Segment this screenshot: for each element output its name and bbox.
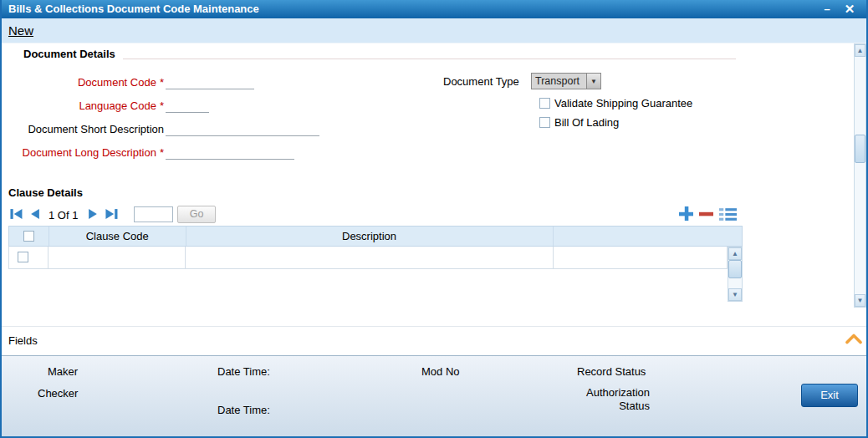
select-all-checkbox[interactable] [23,231,34,242]
clause-code-column-header: Clause Code [49,227,186,246]
document-type-select[interactable]: Transport ▼ [531,73,601,89]
table-row [8,247,728,269]
required-marker: * [160,76,164,89]
fields-section: Fields [2,326,866,355]
table-scrollbar[interactable]: ▲ ▼ [728,247,743,302]
document-code-label: Document Code* [8,76,164,89]
document-short-description-input[interactable] [166,121,319,136]
document-type-value: Transport [532,75,586,87]
document-details-section-title: Document Details [23,48,115,60]
minimize-icon[interactable]: – [819,0,835,18]
document-long-description-input[interactable] [166,145,294,160]
checker-label: Checker [38,387,78,400]
single-view-list-icon[interactable] [719,208,737,224]
table-scroll-up-icon[interactable]: ▲ [728,247,742,260]
empty-cell[interactable] [554,247,728,269]
document-type-label: Document Type [443,75,519,88]
dropdown-arrow-icon[interactable]: ▼ [586,74,600,89]
table-scrollbar-thumb[interactable] [728,260,742,278]
next-page-icon[interactable] [87,208,99,220]
audit-footer: Maker Date Time: Mod No Record Status Ch… [2,355,866,436]
clause-table-header: Clause Code Description [8,226,743,247]
fields-section-title: Fields [8,334,38,347]
new-action-link[interactable]: New [8,18,33,43]
action-toolbar: New [2,18,866,43]
description-column-header: Description [186,227,554,246]
date-time-label-2: Date Time: [217,404,270,416]
main-scroll-up-icon[interactable]: ▲ [855,44,865,57]
description-cell[interactable] [186,247,554,269]
close-icon[interactable]: ✕ [840,0,860,18]
language-code-input[interactable] [166,98,209,113]
validate-shipping-guarantee-checkbox[interactable] [539,98,550,109]
clause-details-section-title: Clause Details [8,186,83,199]
main-scroll-down-icon[interactable]: ▼ [855,294,865,307]
section-divider [123,59,736,59]
collapse-chevron-up-icon[interactable] [845,333,863,348]
delete-row-icon[interactable] [699,206,713,224]
maker-label: Maker [48,365,78,378]
main-scrollbar-thumb[interactable] [855,135,865,163]
document-code-input[interactable] [166,74,254,89]
window-title: Bills & Collections Document Code Mainte… [8,0,259,18]
row-select-checkbox[interactable] [18,252,28,262]
record-status-label: Record Status [577,365,646,378]
bill-of-lading-checkbox[interactable] [539,117,550,128]
empty-column-header [554,227,742,246]
document-short-description-label: Document Short Description [8,123,164,135]
page-position-text: 1 Of 1 [49,209,78,222]
date-time-label-1: Date Time: [217,365,270,378]
bill-of-lading-label: Bill Of Lading [554,116,619,129]
titlebar: Bills & Collections Document Code Mainte… [2,0,866,18]
authorization-status-label: Authorization Status [573,386,650,413]
main-scrollbar[interactable]: ▲ ▼ [854,43,866,308]
required-marker: * [160,99,164,112]
mod-no-label: Mod No [421,365,460,378]
first-page-icon[interactable] [10,208,23,220]
add-row-icon[interactable] [679,206,693,224]
validate-shipping-guarantee-label: Validate Shipping Guarantee [554,97,692,110]
document-long-description-label: Document Long Description* [8,146,164,159]
go-button[interactable]: Go [177,206,216,223]
exit-button[interactable]: Exit [801,384,858,407]
required-marker: * [160,146,164,159]
last-page-icon[interactable] [105,208,119,220]
language-code-label: Language Code* [8,99,164,112]
previous-page-icon[interactable] [29,208,41,220]
app-window: Bills & Collections Document Code Mainte… [0,0,868,438]
clause-code-cell[interactable] [49,247,186,269]
table-scroll-down-icon[interactable]: ▼ [728,288,742,301]
page-number-input[interactable] [134,206,173,222]
